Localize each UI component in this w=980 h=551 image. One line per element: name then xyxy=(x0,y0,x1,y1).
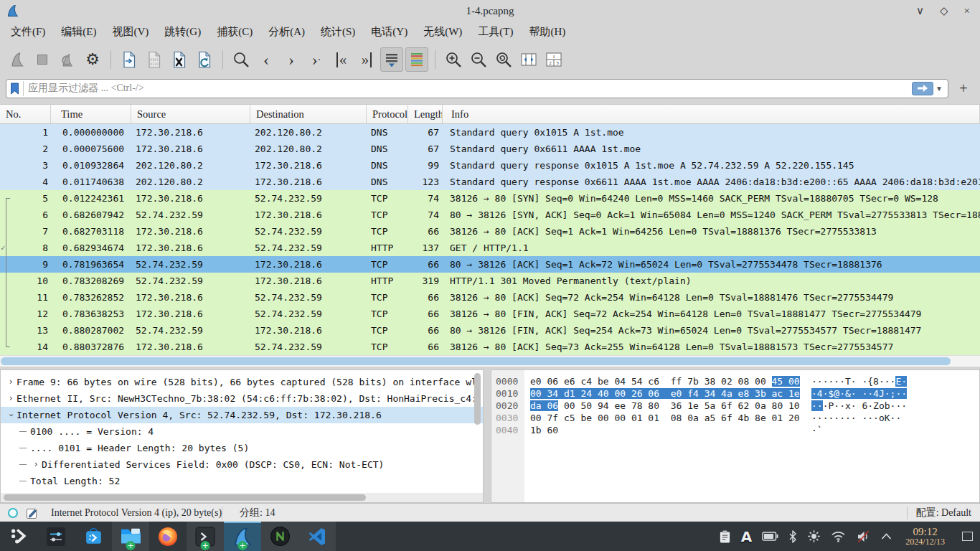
detail-node-0[interactable]: ›Frame 9: 66 bytes on wire (528 bits), 6… xyxy=(1,374,483,390)
taskbar-app-launcher[interactable] xyxy=(0,522,37,551)
status-profile[interactable]: 配置: Default xyxy=(916,507,971,519)
restart-capture-button[interactable] xyxy=(56,47,79,72)
taskbar-discover[interactable] xyxy=(75,522,112,551)
tray-bluetooth-icon[interactable] xyxy=(788,530,797,543)
column-header-destination[interactable]: Destination xyxy=(250,105,367,123)
menu-item-8[interactable]: 无线(W) xyxy=(415,22,470,42)
filter-dropdown-caret[interactable]: ▼ xyxy=(936,85,943,93)
packet-row-10[interactable]: 100.78320826952.74.232.59172.30.218.6HTT… xyxy=(0,273,980,289)
packet-row-6[interactable]: 60.68260794252.74.232.59172.30.218.6TCP7… xyxy=(0,207,980,223)
packet-row-3[interactable]: 30.010932864202.120.80.2172.30.218.6DNS9… xyxy=(0,157,980,174)
packet-row-12[interactable]: 120.783638253172.30.218.652.74.232.59TCP… xyxy=(0,306,980,322)
detail-node-1[interactable]: ›Ethernet II, Src: NewH3CTechno_7b:38:02… xyxy=(1,390,483,407)
resize-columns-button[interactable] xyxy=(517,47,540,72)
zoom-in-button[interactable] xyxy=(442,47,465,72)
packet-row-4[interactable]: 40.011740638202.120.80.2172.30.218.6DNS1… xyxy=(0,174,980,190)
expert-info-icon[interactable] xyxy=(7,507,19,519)
menu-item-1[interactable]: 编辑(E) xyxy=(53,22,104,42)
hex-row-0040[interactable]: 00401b 60·` xyxy=(491,424,979,436)
column-header-protocol[interactable]: Protocol xyxy=(367,105,408,123)
detail-vscrollbar[interactable] xyxy=(474,373,481,488)
expand-icon[interactable]: › xyxy=(30,456,42,473)
menu-item-0[interactable]: 文件(F) xyxy=(3,22,53,42)
go-last-packet-button[interactable]: » xyxy=(355,47,378,72)
find-packet-button[interactable] xyxy=(230,47,253,72)
show-desktop-button[interactable] xyxy=(962,532,973,541)
apply-filter-button[interactable] xyxy=(912,82,933,95)
menu-item-3[interactable]: 跳转(G) xyxy=(156,22,209,42)
add-filter-button[interactable]: + xyxy=(954,79,973,98)
tray-wifi-icon[interactable] xyxy=(831,530,846,542)
expand-icon[interactable]: › xyxy=(5,374,17,390)
menu-item-9[interactable]: 工具(T) xyxy=(470,22,521,42)
tray-volume-muted-icon[interactable] xyxy=(856,530,870,543)
capture-options-button[interactable]: ⚙ xyxy=(81,47,104,72)
tray-chevron-up-icon[interactable] xyxy=(880,532,892,540)
taskbar-file-manager[interactable]: + xyxy=(112,522,149,551)
column-header-info[interactable]: Info xyxy=(443,105,980,123)
display-filter-input[interactable] xyxy=(28,83,912,94)
packet-row-13[interactable]: 130.88028700252.74.232.59172.30.218.6TCP… xyxy=(0,322,980,339)
close-button[interactable]: × xyxy=(964,5,970,17)
taskbar-firefox[interactable] xyxy=(149,522,187,551)
menu-item-2[interactable]: 视图(V) xyxy=(105,22,157,42)
taskbar-neovim[interactable] xyxy=(261,522,298,551)
open-file-button[interactable] xyxy=(118,47,141,72)
packet-row-8[interactable]: 8✓0.682934674172.30.218.652.74.232.59HTT… xyxy=(0,240,980,256)
detail-vscroll-thumb[interactable] xyxy=(474,373,481,425)
go-back-button[interactable]: ‹ xyxy=(255,47,278,72)
tray-brightness-icon[interactable] xyxy=(807,529,821,543)
packet-row-2[interactable]: 20.000075600172.30.218.6202.120.80.2DNS6… xyxy=(0,141,980,157)
stop-capture-button[interactable] xyxy=(31,47,54,72)
capture-comment-icon[interactable] xyxy=(26,507,38,519)
detail-node-2[interactable]: ›Internet Protocol Version 4, Src: 52.74… xyxy=(1,407,483,423)
collapse-icon[interactable]: › xyxy=(3,410,19,421)
taskbar-vscode[interactable] xyxy=(298,522,336,551)
menu-item-10[interactable]: 帮助(H) xyxy=(521,22,573,42)
hex-row-0000[interactable]: 0000e0 06 e6 c4 be 04 54 c6 ff 7b 38 02 … xyxy=(491,375,979,387)
tray-input-method-a-icon[interactable]: A xyxy=(741,529,752,544)
menu-item-4[interactable]: 捕获(C) xyxy=(209,22,260,42)
column-header-time[interactable]: Time xyxy=(51,105,131,123)
packet-row-1[interactable]: 10.000000000172.30.218.6202.120.80.2DNS6… xyxy=(0,124,980,141)
detail-node-3[interactable]: 0100 .... = Version: 4 xyxy=(1,423,483,440)
zoom-reset-button[interactable] xyxy=(492,47,515,72)
packet-row-7[interactable]: 70.682703118172.30.218.652.74.232.59TCP6… xyxy=(0,223,980,240)
packet-list-hscrollbar[interactable] xyxy=(0,355,980,367)
taskbar-terminal[interactable]: + xyxy=(187,522,224,551)
taskbar-clock[interactable]: 09:12 2024/12/13 xyxy=(905,526,945,547)
close-file-button[interactable] xyxy=(168,47,191,72)
packet-row-14[interactable]: 140.880372876172.30.218.652.74.232.59TCP… xyxy=(0,339,980,355)
filter-bookmark-icon[interactable] xyxy=(10,81,24,96)
go-first-packet-button[interactable]: « xyxy=(330,47,353,72)
reload-file-button[interactable] xyxy=(193,47,216,72)
taskbar-system-settings[interactable] xyxy=(37,522,75,551)
go-to-packet-button[interactable]: ›· xyxy=(305,47,328,72)
detail-node-6[interactable]: Total Length: 52 xyxy=(1,473,483,489)
menu-item-7[interactable]: 电话(Y) xyxy=(363,22,415,42)
tray-battery-icon[interactable] xyxy=(762,531,778,542)
detail-node-4[interactable]: .... 0101 = Header Length: 20 bytes (5) xyxy=(1,440,483,456)
start-capture-button[interactable] xyxy=(6,47,29,72)
column-header-length[interactable]: Length xyxy=(408,105,443,123)
hex-row-0010[interactable]: 001000 34 d1 24 40 00 26 06 e0 f4 34 4a … xyxy=(491,387,979,400)
go-forward-button[interactable]: › xyxy=(280,47,303,72)
detail-hscroll-thumb[interactable] xyxy=(4,494,366,501)
zoom-out-button[interactable] xyxy=(467,47,490,72)
auto-scroll-button[interactable] xyxy=(380,47,403,72)
column-header-source[interactable]: Source xyxy=(131,105,250,123)
taskbar-wireshark[interactable]: + xyxy=(224,522,261,551)
maximize-button[interactable]: ◇ xyxy=(940,4,948,17)
column-header-no[interactable]: No. xyxy=(0,105,51,123)
packet-row-5[interactable]: 50.012242361172.30.218.652.74.232.59TCP7… xyxy=(0,190,980,207)
hex-row-0020[interactable]: 0020da 06 00 50 94 ee 78 80 36 1e 5a 6f … xyxy=(491,400,979,412)
packet-list-hscroll-thumb[interactable] xyxy=(1,357,951,365)
display-columns-button[interactable]: 123 xyxy=(542,47,565,72)
packet-row-9[interactable]: 90.78196365452.74.232.59172.30.218.6TCP6… xyxy=(0,256,980,273)
menu-item-6[interactable]: 统计(S) xyxy=(313,22,363,42)
display-filter-field[interactable]: ▼ xyxy=(6,79,948,98)
hex-row-0030[interactable]: 003000 7f c5 be 00 00 01 01 08 0a a5 6f … xyxy=(491,412,979,424)
detail-hscrollbar[interactable] xyxy=(1,493,483,502)
tray-clipboard-icon[interactable] xyxy=(719,529,731,544)
menu-item-5[interactable]: 分析(A) xyxy=(260,22,313,42)
